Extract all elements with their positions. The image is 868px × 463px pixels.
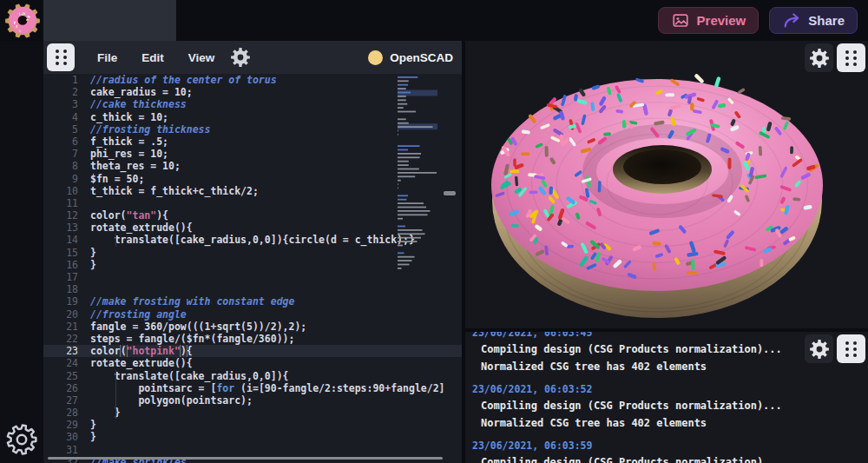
code-editor[interactable]: 1//radius of the center of torus2cake_ra… xyxy=(43,74,462,463)
console-message: Compiling design (CSG Products normaliza… xyxy=(472,397,868,414)
viewer-panel[interactable] xyxy=(465,41,868,328)
console-message: Compiling design (CSG Products normaliza… xyxy=(472,453,868,463)
share-arrow-icon xyxy=(782,11,801,30)
vertical-scrollbar-thumb[interactable] xyxy=(444,191,456,195)
share-label: Share xyxy=(808,13,845,28)
donut-app-logo-icon[interactable] xyxy=(4,3,41,39)
menu-view[interactable]: View xyxy=(176,46,227,69)
viewer-drag-handle-icon[interactable] xyxy=(837,43,865,72)
editor-gear-icon[interactable] xyxy=(230,47,251,68)
engine-status-dot xyxy=(368,50,383,65)
console-gear-icon[interactable] xyxy=(805,334,833,363)
donut-3d-render[interactable] xyxy=(465,41,868,328)
settings-gear-icon[interactable] xyxy=(5,423,38,456)
active-file-tab[interactable] xyxy=(43,0,176,41)
preview-button[interactable]: Preview xyxy=(658,7,760,34)
console-entry: 23/06/2021, 06:03:52Compiling design (CS… xyxy=(472,382,868,432)
engine-label: OpenSCAD xyxy=(390,51,453,64)
image-icon xyxy=(671,11,690,30)
share-button[interactable]: Share xyxy=(769,7,858,34)
console-drag-handle-icon[interactable] xyxy=(837,334,865,363)
left-rail xyxy=(0,41,43,463)
menu-file[interactable]: File xyxy=(85,46,129,69)
console-entry: 23/06/2021, 06:03:59Compiling design (CS… xyxy=(472,439,868,463)
minimap[interactable] xyxy=(395,74,438,463)
menu-edit[interactable]: Edit xyxy=(129,46,176,69)
viewer-gear-icon[interactable] xyxy=(805,43,833,72)
console-timestamp: 23/06/2021, 06:03:52 xyxy=(472,382,868,397)
horizontal-scrollbar-thumb[interactable] xyxy=(48,457,443,460)
console-message: Normalized CSG tree has 402 elements xyxy=(472,414,868,432)
console-panel[interactable]: 23/06/2021, 06:03:45Compiling design (CS… xyxy=(465,332,868,463)
console-timestamp: 23/06/2021, 06:03:59 xyxy=(472,439,868,453)
top-bar: Preview Share xyxy=(0,0,868,41)
preview-label: Preview xyxy=(697,13,746,28)
editor-menubar: File Edit View OpenSCAD xyxy=(43,41,462,74)
editor-panel: File Edit View OpenSCAD 1//radius of the… xyxy=(43,41,462,463)
editor-drag-handle-icon[interactable] xyxy=(47,43,75,71)
